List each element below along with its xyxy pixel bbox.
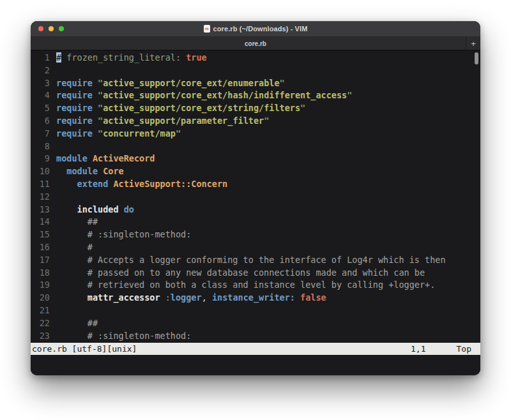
code-line[interactable]: 6require "active_support/parameter_filte…	[31, 115, 480, 128]
code-token: included	[77, 204, 119, 214]
line-number: 5	[31, 102, 50, 115]
code-token: "	[300, 103, 305, 113]
zoom-button[interactable]	[59, 26, 64, 31]
code-token: ##	[88, 318, 98, 328]
code-token: extend	[77, 179, 109, 189]
code-token: "	[98, 90, 103, 100]
status-filename: core.rb [utf-8][unix]	[32, 344, 411, 354]
code-text: # Accepts a logger conforming to the int…	[50, 254, 446, 267]
code-token	[56, 280, 88, 290]
line-number: 2	[31, 64, 50, 77]
code-line[interactable]: 19 # retrieved on both a class and insta…	[31, 279, 480, 292]
code-text: # frozen_string_literal: true	[50, 52, 207, 64]
code-line[interactable]: 10 module Core	[31, 165, 480, 178]
code-token	[160, 292, 165, 303]
code-token	[93, 128, 98, 139]
code-line[interactable]: 23 # :singleton-method:	[31, 330, 480, 343]
line-number: 16	[31, 241, 50, 254]
code-line[interactable]: 11 extend ActiveSupport::Concern	[31, 178, 480, 191]
code-text: require "active_support/parameter_filter…	[50, 115, 269, 128]
code-token	[88, 153, 93, 163]
code-token: "	[98, 78, 103, 88]
code-token: "	[347, 90, 352, 100]
code-line[interactable]: 21	[31, 304, 480, 317]
code-token	[56, 204, 77, 214]
code-token: require	[56, 128, 93, 139]
code-line[interactable]: 20 mattr_accessor :logger, instance_writ…	[31, 292, 480, 304]
code-token	[56, 267, 88, 278]
line-number: 13	[31, 204, 50, 216]
code-token	[56, 255, 88, 265]
code-token	[56, 242, 88, 252]
code-token	[56, 229, 88, 239]
line-number: 23	[31, 330, 50, 343]
code-text	[50, 304, 56, 317]
code-token	[93, 78, 98, 88]
close-button[interactable]	[38, 26, 43, 31]
code-token: logger	[171, 292, 202, 303]
tab-bar: core.rb +	[31, 36, 480, 50]
window-title-group: rb core.rb (~/Downloads) - VIM	[204, 25, 308, 33]
code-line[interactable]: 8	[31, 140, 480, 153]
code-token: :	[165, 292, 171, 303]
code-token: ActiveSupport::Concern	[113, 179, 227, 189]
code-token: require	[56, 116, 93, 126]
code-token: active_support/parameter_filter	[103, 116, 264, 126]
code-line[interactable]: 17 # Accepts a logger conforming to the …	[31, 254, 480, 267]
code-text	[50, 140, 56, 153]
code-line[interactable]: 16 #	[31, 241, 480, 254]
minimize-button[interactable]	[49, 26, 54, 31]
code-token	[56, 292, 88, 303]
scrollbar-thumb[interactable]	[475, 52, 478, 64]
code-token: do	[124, 204, 134, 214]
line-number: 22	[31, 317, 50, 330]
code-text: ##	[50, 317, 98, 330]
line-number: 7	[31, 128, 50, 140]
code-token: active_support/core_ext/hash/indifferent…	[103, 90, 347, 100]
code-token: active_support/core_ext/string/filters	[103, 103, 300, 113]
code-token: # :singleton-method:	[88, 229, 192, 239]
code-line[interactable]: 22 ##	[31, 317, 480, 330]
editor-area[interactable]: 1# frozen_string_literal: true23require …	[31, 50, 480, 343]
code-token	[56, 216, 88, 227]
traffic-lights	[38, 21, 64, 36]
code-line[interactable]: 2	[31, 64, 480, 77]
code-line[interactable]: 12	[31, 191, 480, 204]
code-line[interactable]: 18 # passed on to any new database conne…	[31, 267, 480, 280]
code-token: instance_writer:	[212, 292, 295, 303]
terminal-window: rb core.rb (~/Downloads) - VIM core.rb +…	[31, 21, 480, 375]
line-number: 19	[31, 279, 50, 292]
code-text: require "active_support/core_ext/enumera…	[50, 77, 285, 90]
code-line[interactable]: 7require "concurrent/map"	[31, 128, 480, 140]
code-line[interactable]: 4require "active_support/core_ext/hash/i…	[31, 89, 480, 102]
code-token: module	[56, 153, 88, 163]
code-line[interactable]: 13 included do	[31, 204, 480, 216]
code-token: mattr_accessor	[88, 292, 160, 303]
line-number: 6	[31, 115, 50, 128]
code-line[interactable]: 14 ##	[31, 216, 480, 229]
code-token	[93, 116, 98, 126]
code-token: ##	[88, 216, 98, 227]
code-line[interactable]: 1# frozen_string_literal: true	[31, 52, 480, 64]
code-token: "	[176, 128, 181, 139]
code-token: concurrent/map	[103, 128, 176, 139]
code-token	[56, 318, 88, 328]
line-number: 9	[31, 153, 50, 165]
code-line[interactable]: 9module ActiveRecord	[31, 153, 480, 165]
tab-core-rb[interactable]: core.rb	[245, 40, 266, 47]
code-line[interactable]: 5require "active_support/core_ext/string…	[31, 102, 480, 115]
line-number: 21	[31, 304, 50, 317]
line-number: 17	[31, 254, 50, 267]
code-text: # retrieved on both a class and instance…	[50, 279, 435, 292]
code-token: false	[300, 292, 326, 303]
code-text: included do	[50, 204, 134, 216]
code-line[interactable]: 3require "active_support/core_ext/enumer…	[31, 77, 480, 90]
code-text: mattr_accessor :logger, instance_writer:…	[50, 292, 326, 304]
line-number: 10	[31, 165, 50, 178]
code-token: active_support/core_ext/enumerable	[103, 78, 279, 88]
window-titlebar[interactable]: rb core.rb (~/Downloads) - VIM	[31, 21, 480, 36]
code-token	[93, 103, 98, 113]
code-line[interactable]: 15 # :singleton-method:	[31, 229, 480, 241]
new-tab-button[interactable]: +	[466, 37, 480, 50]
line-number: 18	[31, 267, 50, 280]
